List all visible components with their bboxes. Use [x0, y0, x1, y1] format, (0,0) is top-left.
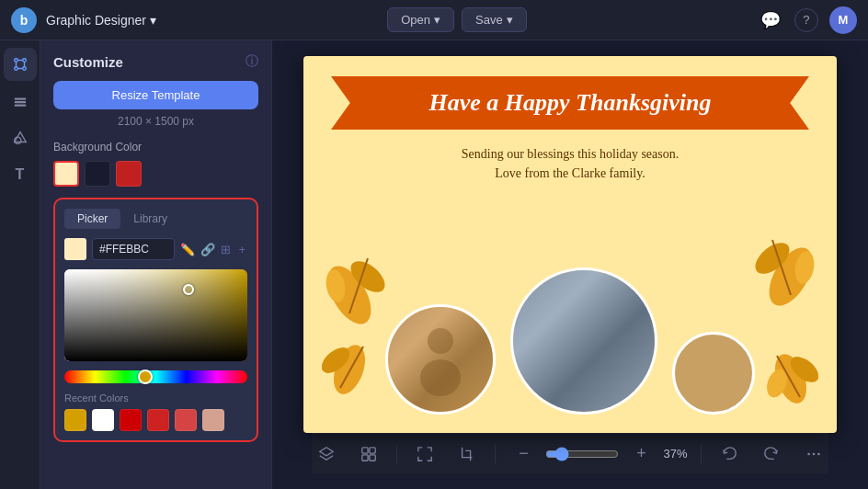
main: T Customize ⓘ Resize Template 2100 × 150… [0, 40, 868, 489]
redo-button[interactable] [757, 439, 786, 469]
chevron-down-icon: ▾ [150, 13, 156, 28]
hue-slider[interactable] [64, 370, 247, 383]
header-right: 💬 ? M [758, 6, 857, 34]
crop-button[interactable] [452, 439, 482, 469]
banner-shape: Have a Happy Thanksgiving [331, 76, 809, 130]
resize-template-button[interactable]: Resize Template [53, 81, 258, 109]
subtitle-text: Sending our blessings this holiday seaso… [303, 144, 837, 183]
open-button[interactable]: Open ▾ [387, 7, 454, 32]
recent-swatch-5[interactable] [175, 409, 197, 431]
svg-rect-10 [14, 105, 26, 107]
sidebar-icons: T [0, 40, 40, 489]
fit-screen-button[interactable] [410, 439, 440, 469]
svg-rect-32 [370, 447, 375, 452]
gradient-saturation [64, 269, 247, 361]
eyedropper-icon[interactable]: ✏️ [180, 238, 195, 260]
svg-point-29 [420, 359, 461, 396]
tab-picker[interactable]: Picker [64, 209, 120, 229]
svg-point-28 [428, 328, 453, 354]
header-center: Open ▾ Save ▾ [387, 7, 526, 32]
divider [396, 445, 397, 463]
color-swatch-red[interactable] [116, 161, 142, 187]
customize-panel: Customize ⓘ Resize Template 2100 × 1500 … [40, 40, 272, 489]
color-swatch-light[interactable] [53, 161, 79, 187]
open-chevron-icon: ▾ [434, 13, 440, 27]
save-chevron-icon: ▾ [507, 13, 513, 27]
hue-handle[interactable] [138, 370, 153, 384]
hex-input[interactable] [92, 238, 175, 260]
svg-rect-8 [14, 97, 26, 99]
photo-circle-center[interactable] [510, 267, 657, 415]
undo-button[interactable] [714, 439, 744, 469]
open-label: Open [401, 13, 430, 27]
photo-circle-left[interactable] [385, 304, 496, 415]
recent-swatch-6[interactable] [202, 409, 224, 431]
photo-circle-right[interactable] [672, 332, 755, 415]
sidebar-text-icon[interactable]: T [4, 158, 37, 191]
help-icon-button[interactable]: ? [794, 8, 818, 32]
svg-point-3 [22, 67, 26, 71]
svg-point-35 [807, 452, 810, 455]
zoom-percent: 37% [663, 447, 687, 461]
sidebar-customize-icon[interactable] [4, 48, 37, 81]
recent-swatch-3[interactable] [120, 409, 142, 431]
recent-swatch-2[interactable] [92, 409, 114, 431]
logo-icon[interactable]: b [11, 7, 37, 33]
svg-marker-30 [320, 447, 333, 455]
header: b Graphic Designer ▾ Open ▾ Save ▾ 💬 ? M [0, 0, 868, 40]
color-swatch-dark[interactable] [85, 161, 110, 187]
save-label: Save [475, 13, 503, 27]
zoom-in-button[interactable]: + [626, 439, 656, 469]
info-icon[interactable]: ⓘ [246, 53, 258, 70]
subtitle-line2: Love from the Clarke family. [303, 164, 837, 183]
color-preview [64, 238, 86, 260]
recent-colors-label: Recent Colors [64, 392, 247, 404]
picker-dot[interactable] [183, 284, 194, 295]
save-button[interactable]: Save ▾ [462, 7, 527, 32]
svg-rect-31 [362, 447, 368, 452]
divider-2 [495, 445, 496, 463]
link-icon[interactable]: 🔗 [200, 238, 215, 260]
recent-swatch-4[interactable] [147, 409, 169, 431]
svg-point-37 [817, 452, 820, 455]
recent-colors [64, 409, 247, 431]
photo-left-fill [388, 307, 493, 412]
chat-icon-button[interactable]: 💬 [758, 7, 783, 33]
svg-rect-33 [362, 454, 368, 460]
canvas-area: Have a Happy Thanksgiving Sending our bl… [272, 40, 868, 489]
svg-rect-9 [14, 101, 26, 103]
avatar[interactable]: M [829, 6, 857, 34]
banner-text: Have a Happy Thanksgiving [429, 89, 712, 117]
panel-header: Customize ⓘ [53, 53, 258, 70]
photo-right-fill [675, 335, 752, 412]
layers-button[interactable] [312, 439, 341, 469]
color-swatches [53, 161, 258, 187]
divider-3 [701, 445, 702, 463]
zoom-controls: − + 37% [508, 439, 687, 469]
svg-point-0 [14, 59, 17, 63]
hex-row: ✏️ 🔗 ⊞ + [64, 238, 247, 260]
grid-view-button[interactable] [354, 439, 383, 469]
sidebar-layers-icon[interactable] [4, 85, 37, 118]
zoom-out-button[interactable]: − [508, 439, 538, 469]
background-color-label: Background Color [53, 141, 258, 154]
panel-title: Customize [53, 54, 123, 70]
svg-rect-34 [370, 454, 375, 460]
add-color-icon[interactable]: + [237, 238, 248, 260]
recent-swatch-1[interactable] [64, 409, 86, 431]
photo-circles [303, 267, 837, 415]
color-picker-popup: Picker Library ✏️ 🔗 ⊞ + [53, 198, 258, 442]
subtitle-line1: Sending our blessings this holiday seaso… [303, 144, 837, 164]
gradient-canvas[interactable] [64, 269, 247, 361]
more-options-button[interactable] [799, 439, 828, 469]
size-label: 2100 × 1500 px [53, 115, 258, 128]
zoom-slider[interactable] [545, 447, 619, 461]
design-canvas[interactable]: Have a Happy Thanksgiving Sending our bl… [303, 56, 837, 433]
sidebar-elements-icon[interactable] [4, 121, 37, 154]
svg-point-36 [812, 452, 815, 455]
app-title[interactable]: Graphic Designer ▾ [46, 13, 156, 28]
tab-library[interactable]: Library [120, 209, 180, 229]
grid-icon[interactable]: ⊞ [221, 238, 232, 260]
bottom-toolbar: − + 37% [312, 433, 828, 473]
photo-center-fill [513, 270, 655, 412]
